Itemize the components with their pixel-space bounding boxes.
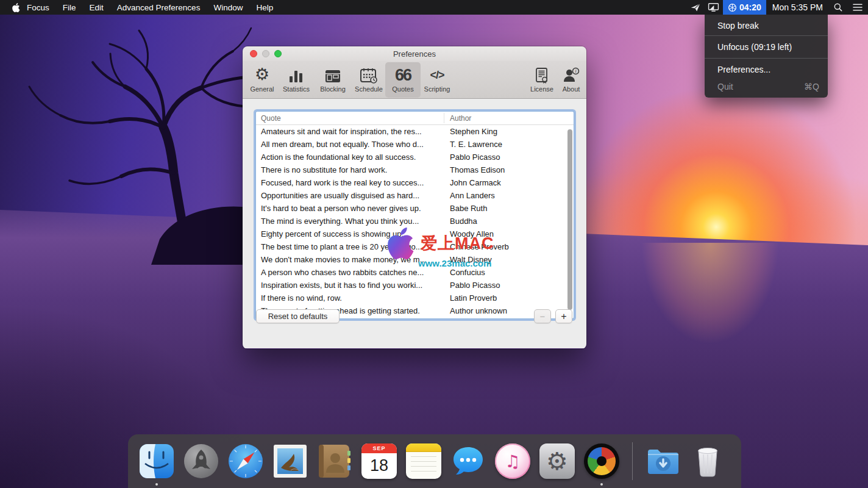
dock-downloads-folder-icon[interactable]	[644, 442, 682, 480]
table-row[interactable]: We don't make movies to make money, we m…	[256, 253, 574, 266]
author-cell: Woody Allen	[444, 229, 494, 239]
quote-cell: Eighty percent of success is showing up.	[256, 229, 444, 239]
author-cell: Ann Landers	[444, 191, 495, 200]
table-row[interactable]: The best time to plant a tree is 20 year…	[256, 240, 574, 253]
quote-cell: We don't make movies to make money, we m…	[256, 255, 444, 264]
table-row[interactable]: Eighty percent of success is showing up.…	[256, 228, 574, 240]
running-indicator	[600, 483, 603, 486]
dock-notes-icon[interactable]	[405, 442, 443, 480]
menu-item-unfocus[interactable]: Unfocus (09:19 left)	[705, 38, 828, 56]
menu-separator	[705, 58, 828, 59]
dock-mail-icon[interactable]	[271, 442, 309, 480]
menu-separator	[705, 35, 828, 36]
table-row[interactable]: Opportunities are usually disguised as h…	[256, 189, 574, 202]
table-row[interactable]: Amateurs sit and wait for inspiration, t…	[256, 125, 574, 138]
quote-cell: It's hard to beat a person who never giv…	[256, 204, 444, 213]
dock-launchpad-icon[interactable]	[182, 442, 220, 480]
dock-contacts-icon[interactable]	[316, 442, 354, 480]
quote-cell: Action is the foundational key to all su…	[256, 152, 444, 162]
menu-item-quit[interactable]: Quit ⌘Q	[705, 79, 828, 95]
table-row[interactable]: All men dream, but not equally. Those wh…	[256, 138, 574, 151]
paper-plane-icon[interactable]	[686, 0, 705, 15]
person-info-icon: i	[563, 62, 580, 84]
dock-messages-icon[interactable]	[449, 442, 487, 480]
svg-text:i: i	[575, 68, 576, 74]
tab-statistics[interactable]: Statistics	[279, 62, 314, 98]
bar-chart-icon	[288, 62, 305, 84]
dock-finder-icon[interactable]	[138, 442, 176, 480]
quit-shortcut: ⌘Q	[804, 82, 819, 92]
scrollbar-thumb[interactable]	[567, 129, 572, 310]
tab-blocking[interactable]: Blocking	[315, 62, 350, 98]
menu-item[interactable]: Focus	[20, 0, 56, 15]
quote-cell: Focused, hard work is the real key to su…	[256, 178, 444, 187]
table-row[interactable]: There is no substitute for hard work. Th…	[256, 163, 574, 176]
quotes-table[interactable]: Quote Author Amateurs sit and wait for i…	[256, 112, 574, 318]
table-body: Amateurs sit and wait for inspiration, t…	[256, 125, 574, 318]
author-cell: Stephen King	[444, 127, 497, 136]
window-titlebar[interactable]: Preferences	[243, 46, 586, 61]
menu-item[interactable]: Edit	[83, 0, 110, 15]
tab-about[interactable]: i About	[553, 62, 586, 98]
tab-scripting[interactable]: </> Scripting	[419, 62, 455, 98]
tab-schedule[interactable]: Schedule	[351, 62, 386, 98]
quote-cell: Amateurs sit and wait for inspiration, t…	[256, 127, 444, 136]
tab-general[interactable]: ⚙ General	[244, 62, 280, 98]
author-cell: Thomas Edison	[444, 165, 505, 174]
dock-trash-icon[interactable]	[689, 442, 727, 480]
column-header-author[interactable]: Author	[444, 114, 471, 123]
table-row[interactable]: It's hard to beat a person who never giv…	[256, 202, 574, 215]
preferences-window: Preferences ⚙ General Statistics Blockin…	[243, 46, 586, 349]
dock-system-preferences-icon[interactable]: ⚙	[538, 442, 576, 480]
close-button[interactable]	[250, 50, 257, 57]
quote-cell: There is no substitute for hard work.	[256, 165, 444, 174]
table-row[interactable]: Inspiration exists, but it has to find y…	[256, 279, 574, 292]
minimize-button[interactable]	[262, 50, 269, 57]
menu-bar: FocusFileEditAdvanced PreferencesWindowH…	[0, 0, 868, 15]
table-row[interactable]: If there is no wind, row. Latin Proverb	[256, 292, 574, 304]
dock-safari-icon[interactable]	[227, 442, 265, 480]
table-scrollbar[interactable]	[566, 126, 573, 317]
table-row[interactable]: The mind is everything. What you think y…	[256, 215, 574, 228]
author-cell: Author unknown	[444, 306, 507, 315]
dock-calendar-icon[interactable]: SEP 18	[360, 442, 398, 480]
add-quote-button[interactable]: +	[555, 309, 572, 323]
dock-itunes-icon[interactable]: ♫	[494, 442, 532, 480]
table-row[interactable]: Focused, hard work is the real key to su…	[256, 176, 574, 189]
dock: SEP 18 ♫ ⚙	[128, 434, 741, 488]
focus-timer: 04:20	[739, 2, 761, 12]
menu-item[interactable]: Window	[207, 0, 249, 15]
author-cell: Buddha	[444, 217, 477, 226]
reset-to-defaults-button[interactable]: Reset to defaults	[256, 309, 340, 323]
zoom-button[interactable]	[274, 50, 282, 57]
spotlight-search-icon[interactable]	[829, 0, 847, 15]
column-header-quote[interactable]: Quote	[256, 114, 444, 123]
calendar-clock-icon	[360, 62, 378, 84]
menu-item[interactable]: File	[56, 0, 83, 15]
music-note-glyph: ♫	[505, 451, 520, 472]
apple-menu-icon[interactable]	[12, 3, 20, 12]
notification-center-icon[interactable]	[847, 0, 868, 15]
table-row[interactable]: A person who chases two rabbits catches …	[256, 266, 574, 279]
author-cell: Babe Ruth	[444, 204, 487, 213]
menu-item-stop-break[interactable]: Stop break	[705, 18, 828, 34]
tab-quotes[interactable]: 66 Quotes	[385, 62, 421, 98]
menu-item-preferences[interactable]: Preferences...	[705, 60, 828, 79]
menu-item[interactable]: Advanced Preferences	[110, 0, 207, 15]
table-header[interactable]: Quote Author	[256, 112, 574, 125]
table-row[interactable]: Action is the foundational key to all su…	[256, 151, 574, 163]
window-title: Preferences	[393, 49, 436, 59]
author-cell: Pablo Picasso	[444, 152, 500, 162]
column-divider[interactable]	[444, 113, 444, 123]
menu-item[interactable]: Help	[249, 0, 280, 15]
dock-focus-app-icon[interactable]	[583, 442, 621, 480]
focus-menubar-timer[interactable]: 04:20	[723, 0, 766, 15]
display-mirroring-icon[interactable]	[705, 0, 723, 15]
calendar-month: SEP	[361, 443, 397, 453]
menubar-clock[interactable]: Mon 5:35 PM	[766, 2, 829, 12]
desktop: FocusFileEditAdvanced PreferencesWindowH…	[0, 0, 868, 488]
gear-icon: ⚙	[255, 62, 269, 84]
quote-cell: The mind is everything. What you think y…	[256, 217, 444, 226]
remove-quote-button[interactable]: −	[534, 309, 551, 323]
quote-cell: A person who chases two rabbits catches …	[256, 268, 444, 277]
